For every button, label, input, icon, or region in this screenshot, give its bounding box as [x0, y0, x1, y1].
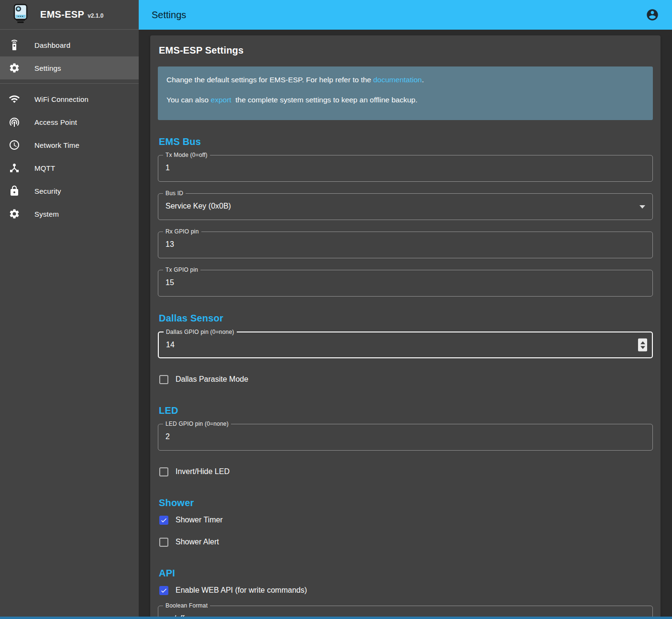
lock-icon: [9, 185, 20, 197]
device-hub-icon: [9, 162, 20, 174]
led-gpio-field[interactable]: LED GPIO pin (0=none) 2: [158, 424, 653, 451]
section-title-ems-bus: EMS Bus: [159, 136, 653, 147]
info-text: .: [422, 76, 424, 84]
sidebar-item-system[interactable]: System: [0, 202, 139, 225]
dallas-parasite-row[interactable]: Dallas Parasite Mode: [158, 370, 653, 389]
number-stepper[interactable]: [638, 339, 647, 352]
dallas-gpio-value: 14: [166, 341, 175, 349]
rx-gpio-label: Rx GPIO pin: [163, 228, 201, 235]
app-version: v2.1.0: [88, 12, 103, 19]
app-name: EMS-ESP: [40, 9, 84, 20]
settings-card: EMS-ESP Settings Change the default sett…: [150, 35, 661, 619]
rx-gpio-field[interactable]: Rx GPIO pin 13: [158, 232, 653, 258]
shower-alert-label: Shower Alert: [176, 538, 219, 546]
brand: EMS-ESP v2.1.0: [40, 9, 104, 20]
sidebar-item-security[interactable]: Security: [0, 179, 139, 202]
sidebar-item-label: Dashboard: [34, 41, 70, 49]
bus-id-value: Service Key (0x0B): [165, 202, 231, 210]
led-gpio-label: LED GPIO pin (0=none): [163, 420, 231, 427]
led-gpio-value: 2: [165, 432, 170, 441]
sidebar-item-dashboard[interactable]: Dashboard: [0, 33, 139, 56]
shower-alert-checkbox[interactable]: [159, 538, 168, 547]
info-text: the complete system settings to keep an …: [231, 96, 418, 104]
section-title-api: API: [159, 568, 653, 579]
gear-icon: [9, 62, 20, 74]
tx-mode-field[interactable]: Tx Mode (0=off) 1: [158, 155, 653, 182]
info-paragraph: You can also export the complete system …: [166, 95, 644, 105]
sidebar-item-label: MQTT: [34, 164, 55, 172]
enable-web-api-label: Enable WEB API (for write commands): [176, 586, 307, 595]
card-title: EMS-ESP Settings: [159, 45, 653, 56]
appbar: Settings: [139, 0, 672, 30]
dallas-gpio-label: Dallas GPIO pin (0=none): [164, 329, 237, 335]
tx-mode-label: Tx Mode (0=off): [163, 152, 210, 158]
info-paragraph: Change the default settings for EMS-ESP.…: [166, 75, 644, 85]
clock-icon: [9, 139, 20, 151]
documentation-link[interactable]: documentation: [373, 76, 422, 84]
sidebar-item-access-point[interactable]: Access Point: [0, 111, 139, 133]
shower-timer-checkbox[interactable]: [159, 516, 168, 525]
app-root: EMS-ESP v2.1.0 Dashboard: [0, 0, 672, 619]
chevron-down-icon: [639, 205, 645, 209]
sidebar-item-settings[interactable]: Settings: [0, 56, 139, 79]
invert-led-row[interactable]: Invert/Hide LED: [158, 462, 653, 481]
bus-id-label: Bus ID: [163, 190, 186, 197]
sidebar-divider: [0, 83, 139, 84]
bus-id-select[interactable]: Bus ID Service Key (0x0B): [158, 193, 653, 220]
sidebar-item-label: System: [34, 210, 59, 218]
bottom-divider: [0, 617, 672, 619]
sidebar-item-mqtt[interactable]: MQTT: [0, 156, 139, 179]
sidebar: EMS-ESP v2.1.0 Dashboard: [0, 0, 139, 619]
shower-alert-row[interactable]: Shower Alert: [158, 532, 653, 552]
main-column: Settings EMS-ESP Settings Change the def…: [139, 0, 672, 619]
settings-remote-icon: [9, 39, 20, 51]
sidebar-menu: Dashboard Settings WiFi Connection: [0, 30, 139, 225]
sidebar-header: EMS-ESP v2.1.0: [0, 0, 139, 30]
info-box: Change the default settings for EMS-ESP.…: [158, 66, 653, 120]
sidebar-item-label: WiFi Connection: [34, 95, 88, 103]
rx-gpio-value: 13: [165, 240, 174, 249]
sidebar-item-label: Settings: [34, 64, 61, 72]
tx-gpio-label: Tx GPIO pin: [163, 266, 200, 273]
info-text: Change the default settings for EMS-ESP.…: [166, 76, 373, 84]
ems-esp-logo: [12, 4, 29, 26]
wifi-tethering-icon: [9, 116, 20, 128]
section-title-dallas-sensor: Dallas Sensor: [159, 313, 653, 324]
dallas-parasite-checkbox[interactable]: [159, 375, 168, 384]
sidebar-item-label: Network Time: [34, 141, 79, 149]
shower-timer-label: Shower Timer: [176, 516, 223, 524]
page-title: Settings: [152, 10, 186, 21]
enable-web-api-checkbox[interactable]: [159, 586, 168, 595]
info-text: You can also: [166, 96, 211, 104]
boolean-format-label: Boolean Format: [163, 602, 210, 609]
dallas-gpio-field[interactable]: Dallas GPIO pin (0=none) 14: [158, 332, 653, 358]
account-circle-icon[interactable]: [646, 8, 659, 22]
sidebar-item-label: Security: [34, 187, 61, 195]
enable-web-api-row[interactable]: Enable WEB API (for write commands): [158, 581, 653, 600]
export-link[interactable]: export: [211, 96, 231, 104]
sidebar-item-network-time[interactable]: Network Time: [0, 133, 139, 156]
tx-gpio-value: 15: [165, 278, 174, 287]
wifi-icon: [9, 93, 20, 105]
invert-led-checkbox[interactable]: [159, 467, 168, 476]
dallas-parasite-label: Dallas Parasite Mode: [176, 375, 248, 384]
tx-gpio-field[interactable]: Tx GPIO pin 15: [158, 270, 653, 297]
stepper-down-icon[interactable]: [640, 346, 645, 349]
invert-led-label: Invert/Hide LED: [176, 467, 230, 476]
stepper-up-icon[interactable]: [640, 341, 645, 344]
sidebar-item-label: Access Point: [34, 118, 77, 126]
section-title-shower: Shower: [159, 497, 653, 508]
tx-mode-value: 1: [165, 164, 170, 172]
gear-icon: [9, 208, 20, 220]
sidebar-item-wifi-connection[interactable]: WiFi Connection: [0, 88, 139, 111]
shower-timer-row[interactable]: Shower Timer: [158, 510, 653, 530]
section-title-led: LED: [159, 405, 653, 416]
content-area: EMS-ESP Settings Change the default sett…: [139, 30, 672, 619]
